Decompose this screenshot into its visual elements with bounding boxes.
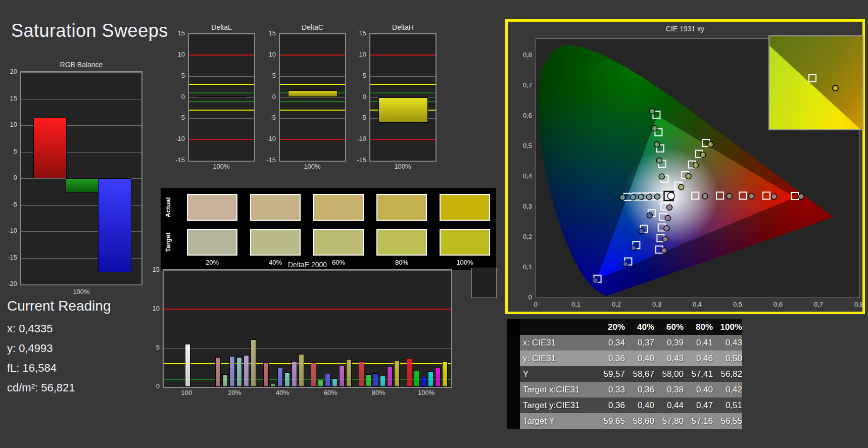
cie-title: CIE 1931 xy xyxy=(508,25,862,33)
table-value-cell: 0,37 xyxy=(625,338,654,348)
table-row-marker-cell xyxy=(507,351,520,366)
swatch-actual-40% xyxy=(250,194,301,221)
y-tick-label: 15 xyxy=(349,29,366,37)
cie-y-tick: 0,4 xyxy=(515,172,532,180)
deltae-bar xyxy=(311,363,316,387)
table-value-cell: 0,36 xyxy=(625,385,654,395)
table-row-marker-cell xyxy=(507,366,520,382)
deltae-bar xyxy=(222,374,228,387)
table-value-cell: 0,36 xyxy=(596,401,625,411)
y-tick-label: 10 xyxy=(168,50,185,58)
deltae-bar xyxy=(373,373,378,387)
reference-line xyxy=(280,101,345,102)
measured-marker-blue xyxy=(593,278,598,283)
table-value-cell: 56,82 xyxy=(713,369,742,379)
table-col-header: 100% xyxy=(713,322,742,332)
deltae-bar xyxy=(277,368,283,387)
table-corner-cell xyxy=(507,319,520,335)
y-tick-label: 10 xyxy=(349,50,366,58)
bar-blue xyxy=(98,178,131,272)
rgb-balance-title: RGB Balance xyxy=(20,61,142,69)
table-row-marker-cell xyxy=(507,397,520,413)
deltae-bar xyxy=(215,357,221,387)
swatch-target-100% xyxy=(440,229,490,256)
table-value-cell: 57,16 xyxy=(684,416,713,426)
table-value-cell: 0,51 xyxy=(713,401,742,411)
deltal-xlabel: 100% xyxy=(213,163,229,170)
measured-marker-cyan xyxy=(655,194,660,200)
x-group-label: 60% xyxy=(324,389,337,396)
y-tick-label: 15 xyxy=(168,29,185,37)
y-tick-label: 10 xyxy=(142,305,160,312)
cie-x-tick: 0,7 xyxy=(814,301,823,308)
table-header-row: 20%40%60%80%100% xyxy=(507,319,742,335)
cie-x-tick: 0,5 xyxy=(733,301,742,308)
deltae-bar xyxy=(387,367,393,387)
cie-yellow-inset xyxy=(768,35,863,130)
gridline xyxy=(189,34,254,34)
gridline xyxy=(189,118,254,119)
measured-marker-red xyxy=(798,194,804,200)
table-row-body: y: CIE310,360,400,430,460,50 xyxy=(520,351,742,366)
deltae-title: DeltaE 2000 xyxy=(163,261,452,269)
deltae-bar xyxy=(299,354,304,387)
deltae-bar xyxy=(428,371,433,387)
reference-line xyxy=(370,55,436,56)
measured-marker-blue xyxy=(639,228,644,234)
y-tick-label: -10 xyxy=(0,227,17,234)
measurement-table: 20%40%60%80%100%x: CIE310,340,370,390,41… xyxy=(507,319,742,429)
table-col-header: 80% xyxy=(684,322,713,332)
y-tick-label: 0 xyxy=(0,174,17,181)
y-tick-label: 10 xyxy=(259,50,276,58)
table-value-cell: 0,34 xyxy=(596,338,625,348)
table-value-cell: 0,44 xyxy=(654,401,684,411)
deltae-bar xyxy=(414,371,419,387)
y-tick-label: 0 xyxy=(349,92,366,100)
current-reading-title: Current Reading xyxy=(7,298,111,314)
gridline xyxy=(21,284,141,285)
reference-line xyxy=(189,92,254,93)
deltae-bar xyxy=(318,380,323,387)
inset-target-marker xyxy=(808,74,816,82)
cie-y-tick: 0,2 xyxy=(515,233,532,240)
y-tick-label: 10 xyxy=(0,121,17,128)
cie-y-tick: 0,7 xyxy=(515,81,532,89)
x-group-label: 40% xyxy=(276,389,289,396)
table-row-y: Y59,5758,6758,0057,4156,82 xyxy=(507,366,742,382)
deltae-bar xyxy=(339,366,345,387)
reference-line xyxy=(370,84,436,85)
swatch-target-20% xyxy=(187,229,237,256)
deltah-title: DeltaH xyxy=(369,23,437,31)
measured-marker-magenta xyxy=(665,215,670,221)
measured-marker-green xyxy=(657,158,662,163)
deltae-bar xyxy=(442,361,448,387)
reference-line xyxy=(189,55,254,56)
x-group-label: 100 xyxy=(181,389,192,396)
gridline xyxy=(164,270,451,271)
current-reading-x: x: 0,4335 xyxy=(7,322,53,335)
y-tick-label: -15 xyxy=(168,156,185,164)
cie-x-tick: 0,8 xyxy=(854,301,863,308)
table-value-cell: 0,36 xyxy=(596,354,625,364)
table-value-cell: 59,65 xyxy=(596,416,625,426)
deltae-bar xyxy=(421,377,426,387)
swatch-actual-20% xyxy=(187,194,237,221)
deltae-bar xyxy=(359,361,364,387)
gridline xyxy=(370,76,436,77)
y-tick-label: 20 xyxy=(0,68,17,75)
measured-marker-blue xyxy=(647,213,652,218)
swatch-target-40% xyxy=(250,229,301,256)
bar-green xyxy=(66,178,99,192)
gridline xyxy=(280,118,345,119)
x-group-label: 100% xyxy=(418,389,435,396)
swatch-target-80% xyxy=(376,229,427,256)
deltae-bar xyxy=(284,372,290,387)
cie-y-tick: 0,3 xyxy=(515,203,532,210)
table-value-cell: 59,57 xyxy=(596,369,625,379)
measured-marker-yellow xyxy=(708,142,713,147)
y-tick-label: -5 xyxy=(168,114,185,121)
cie-y-tick: 0,8 xyxy=(515,51,532,59)
gridline xyxy=(280,76,345,77)
reference-line xyxy=(189,101,254,102)
reference-line xyxy=(280,110,345,111)
